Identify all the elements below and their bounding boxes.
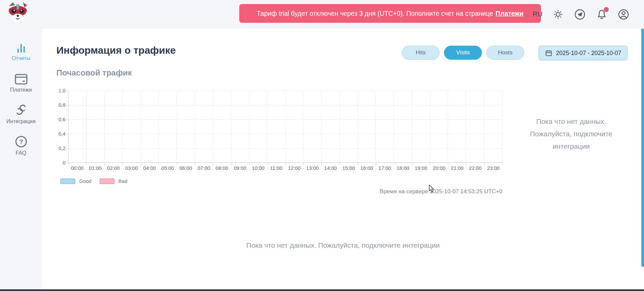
x-tick-label: 06:00 bbox=[177, 165, 195, 171]
sidebar-item-label: Интеграция bbox=[0, 118, 42, 125]
x-tick-mark bbox=[267, 162, 268, 165]
side-message-line: Пожалуйста, подключите bbox=[509, 128, 633, 140]
chart-hour-column bbox=[303, 91, 321, 162]
page-title: Информация о трафике bbox=[56, 45, 176, 56]
side-message-line: Пока что нет данных. bbox=[509, 115, 633, 128]
x-tick-label: 03:00 bbox=[122, 165, 141, 171]
x-tick-mark bbox=[68, 162, 69, 165]
x-tick-mark bbox=[358, 162, 358, 165]
vertical-scrollbar[interactable] bbox=[641, 29, 644, 267]
chart-hour-column bbox=[249, 91, 267, 162]
x-tick-label: 04:00 bbox=[141, 165, 159, 171]
sidebar-item-integration[interactable]: Интеграция bbox=[0, 104, 42, 125]
sidebar-item-label: Отчеты bbox=[0, 55, 42, 61]
question-icon: ? bbox=[15, 135, 28, 148]
tab-hosts[interactable]: Hosts bbox=[486, 46, 524, 60]
chart-section-title: Почасовой трафик bbox=[56, 68, 132, 78]
x-tick-mark bbox=[195, 162, 195, 165]
chart-hour-column bbox=[123, 91, 141, 162]
window-bottom-bar bbox=[0, 289, 644, 291]
sidebar-item-reports[interactable]: Отчеты bbox=[0, 41, 42, 61]
x-tick-label: 05:00 bbox=[159, 165, 177, 171]
x-tick-mark bbox=[466, 162, 466, 165]
x-tick-label: 23:00 bbox=[484, 165, 502, 171]
x-tick-label: 20:00 bbox=[430, 165, 448, 171]
chart-hour-column bbox=[141, 91, 159, 162]
x-tick-label: 11:00 bbox=[267, 165, 285, 171]
trial-warning-banner: Тариф trial будет отключен через 3 дня (… bbox=[239, 4, 541, 23]
sidebar-item-label: FAQ bbox=[0, 150, 42, 156]
x-axis-labels: 00:0001:0002:0003:0004:0005:0006:0007:00… bbox=[68, 165, 502, 171]
x-tick-label: 01:00 bbox=[86, 165, 104, 171]
x-tick-mark bbox=[484, 162, 485, 165]
top-bar: Тариф trial будет отключен через 3 дня (… bbox=[0, 0, 644, 29]
y-tick-label: 0,4 bbox=[49, 131, 65, 137]
app-logo[interactable] bbox=[5, 1, 30, 22]
chart-hour-column bbox=[358, 91, 376, 162]
language-selector[interactable]: RU bbox=[533, 10, 543, 18]
server-time-label: Время на сервере 2025-10-07 14:53:25 UTC… bbox=[335, 188, 502, 195]
date-range-picker[interactable]: 2025-10-07 - 2025-10-07 bbox=[539, 46, 628, 60]
y-axis-labels: 1,00,80,60,40,20 bbox=[49, 91, 65, 163]
x-tick-label: 00:00 bbox=[68, 165, 86, 171]
side-message-line: интеграции bbox=[509, 140, 633, 152]
profile-button[interactable] bbox=[617, 8, 630, 21]
payments-link[interactable]: Платежи bbox=[496, 10, 524, 17]
sidebar-item-payments[interactable]: Платежи bbox=[0, 72, 42, 93]
no-data-bottom-message: Пока что нет данных. Пожалуйста, подключ… bbox=[42, 241, 644, 249]
y-tick-mark bbox=[66, 119, 68, 120]
y-tick-label: 0,6 bbox=[49, 116, 65, 123]
chart-hour-column bbox=[412, 91, 430, 162]
x-tick-mark bbox=[213, 162, 213, 165]
chart-hour-column bbox=[394, 91, 412, 162]
x-tick-mark bbox=[159, 162, 159, 165]
legend-label: Good bbox=[79, 178, 92, 184]
chart-hour-column bbox=[448, 91, 466, 162]
tab-visits[interactable]: Visits bbox=[444, 46, 482, 60]
x-tick-label: 13:00 bbox=[303, 165, 321, 171]
chart-hour-column bbox=[159, 91, 177, 162]
bar-chart-icon bbox=[15, 42, 28, 53]
gridline bbox=[68, 105, 502, 105]
x-tick-mark bbox=[141, 162, 141, 165]
x-tick-label: 02:00 bbox=[104, 165, 122, 171]
x-tick-label: 19:00 bbox=[412, 165, 430, 171]
profile-icon bbox=[618, 9, 629, 20]
x-tick-label: 22:00 bbox=[466, 165, 484, 171]
no-data-side-message: Пока что нет данных. Пожалуйста, подключ… bbox=[509, 115, 633, 152]
chart-hour-column bbox=[340, 91, 358, 162]
notifications-button[interactable] bbox=[595, 8, 608, 21]
sidebar-item-faq[interactable]: ? FAQ bbox=[0, 135, 42, 156]
x-tick-mark bbox=[286, 162, 286, 165]
legend-swatch bbox=[100, 179, 114, 184]
theme-toggle-button[interactable] bbox=[552, 8, 564, 21]
chart-hour-column bbox=[177, 91, 195, 162]
calendar-icon bbox=[545, 49, 552, 57]
telegram-button[interactable] bbox=[574, 8, 586, 21]
raccoon-logo-icon bbox=[5, 1, 30, 22]
x-tick-mark bbox=[87, 162, 87, 165]
tab-hits[interactable]: Hits bbox=[402, 46, 440, 60]
sidebar-item-label: Платежи bbox=[0, 87, 42, 93]
chart-hour-column bbox=[376, 91, 394, 162]
gridline bbox=[68, 148, 502, 149]
gridline bbox=[68, 119, 502, 120]
x-tick-label: 14:00 bbox=[321, 165, 340, 171]
legend-swatch bbox=[60, 179, 75, 184]
x-tick-mark bbox=[376, 162, 376, 165]
x-tick-mark bbox=[321, 162, 322, 165]
sidebar-nav: Отчеты Платежи Интеграция ? FAQ bbox=[0, 29, 42, 289]
metric-tabs: Hits Visits Hosts bbox=[402, 46, 524, 60]
legend-label: Bad bbox=[118, 178, 128, 184]
x-tick-mark bbox=[448, 162, 448, 165]
credit-card-icon bbox=[14, 74, 28, 85]
x-tick-mark bbox=[105, 162, 105, 165]
chart-hour-column bbox=[267, 91, 286, 162]
chart-hour-column bbox=[231, 91, 249, 162]
x-tick-mark bbox=[502, 162, 503, 165]
y-tick-mark bbox=[66, 91, 68, 91]
x-tick-mark bbox=[340, 162, 340, 165]
y-tick-mark bbox=[66, 163, 68, 163]
gridline bbox=[68, 91, 502, 91]
x-tick-mark bbox=[249, 162, 250, 165]
